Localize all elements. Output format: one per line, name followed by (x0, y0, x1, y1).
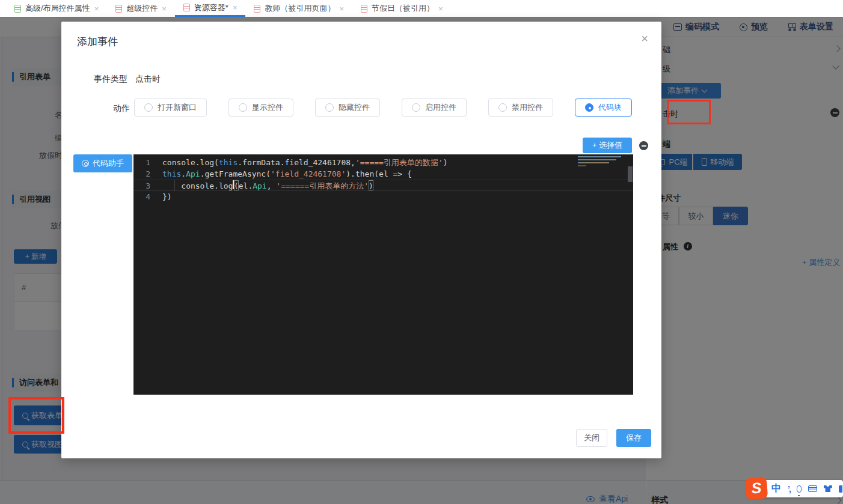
radio-label: 显示控件 (252, 102, 283, 113)
tab-label: 资源容器* (194, 2, 228, 13)
radio-icon (585, 103, 593, 112)
annotation-box-get-form (8, 397, 64, 434)
action-label: 动作 (113, 103, 130, 114)
code-helper-button[interactable]: 代码助手 (73, 154, 132, 172)
code-token: '======引用表单的方法' (276, 180, 369, 190)
code-area: 1console.log(this.formData.field_4246170… (133, 154, 633, 202)
code-token: ) (443, 157, 448, 168)
close-icon[interactable]: × (438, 5, 443, 13)
line-number: 2 (133, 168, 162, 180)
annotation-box-event (667, 100, 711, 124)
tab-label: 超级控件 (126, 3, 158, 14)
code-token: el. (239, 180, 253, 190)
code-helper-label: 代码助手 (93, 158, 124, 169)
document-icon (115, 5, 122, 13)
radio-icon (239, 103, 247, 112)
editor-scrollbar[interactable] (627, 154, 633, 395)
code-token: Api (186, 168, 200, 180)
radio-enable-control[interactable]: 启用控件 (402, 99, 467, 117)
code-line-4: 4}) (133, 191, 633, 202)
radio-open-window[interactable]: 打开新窗口 (134, 99, 207, 117)
close-icon[interactable]: × (339, 5, 344, 13)
action-radio-group: 打开新窗口 显示控件 隐藏控件 启用控件 禁用控件 代码块 (134, 99, 632, 117)
code-token: Api (253, 180, 266, 190)
microphone-icon[interactable] (797, 485, 802, 493)
code-token: . (181, 168, 186, 180)
scrollbar-thumb[interactable] (628, 166, 633, 182)
add-event-modal: 添加事件 × 事件类型 点击时 动作 打开新窗口 显示控件 隐藏控件 启用控件 … (61, 22, 661, 458)
close-icon[interactable]: × (233, 4, 238, 11)
ime-toolbar: S 中 ’, (747, 480, 843, 497)
code-token: console.log (162, 180, 233, 190)
radio-label: 打开新窗口 (158, 102, 197, 113)
save-button-label: 保存 (626, 433, 642, 443)
tab-label: 教师（被引用页面） (265, 3, 335, 14)
code-token: this (162, 168, 181, 180)
tab-label: 节假日（被引用） (372, 3, 434, 14)
radio-label: 代码块 (598, 102, 622, 113)
code-token: .formData.field_42461708, (238, 157, 355, 168)
radio-label: 禁用控件 (512, 102, 543, 113)
document-icon (254, 5, 260, 13)
code-token: console.log( (162, 157, 219, 168)
line-number: 1 (133, 157, 162, 168)
document-icon (183, 4, 190, 11)
modal-save-button[interactable]: 保存 (616, 429, 651, 447)
radio-icon (325, 103, 334, 112)
tab-teacher[interactable]: 教师（被引用页面） × (245, 0, 352, 17)
code-token: '=====引用表单的数据' (355, 157, 443, 168)
document-icon (361, 5, 367, 13)
remove-code-block-icon[interactable] (639, 141, 648, 150)
tab-resource-container-active[interactable]: 资源容器* × (175, 0, 246, 17)
code-editor[interactable]: 1console.log(this.formData.field_4246170… (133, 154, 633, 395)
sogou-logo-icon[interactable]: S (745, 477, 768, 500)
tab-bar: 高级/布局控件属性 × 超级控件 × 资源容器* × 教师（被引用页面） × 节… (0, 0, 843, 17)
code-line-1: 1console.log(this.formData.field_4246170… (133, 157, 633, 168)
code-token: ) (369, 180, 373, 190)
code-line-3-current: 3 console.log(el.Api, '======引用表单的方法') (133, 180, 633, 191)
close-icon[interactable]: × (94, 5, 99, 13)
close-button-label: 关闭 (584, 433, 599, 443)
more-icon[interactable] (839, 485, 842, 493)
modal-close-button[interactable]: 关闭 (576, 429, 607, 447)
tab-super-control[interactable]: 超级控件 × (107, 0, 175, 17)
radio-label: 启用控件 (425, 102, 456, 113)
radio-label: 隐藏控件 (339, 102, 370, 113)
radio-code-block[interactable]: 代码块 (575, 99, 632, 117)
skin-icon[interactable] (824, 485, 832, 492)
tab-holiday[interactable]: 节假日（被引用） × (352, 0, 452, 17)
minimap (578, 156, 625, 168)
code-line-2: 2this.Api.getFrameAsync('field_42461708'… (133, 168, 633, 180)
code-token: .getFrameAsync( (200, 168, 271, 180)
radio-icon (498, 103, 507, 112)
select-value-button[interactable]: + 选择值 (583, 138, 632, 153)
ime-punctuation-toggle[interactable]: ’, (788, 484, 790, 494)
document-icon (14, 5, 21, 13)
radio-disable-control[interactable]: 禁用控件 (488, 99, 553, 117)
code-token: ).then(el => { (346, 168, 412, 180)
code-token: ( (234, 180, 239, 190)
ime-language-toggle[interactable]: 中 (771, 482, 781, 495)
code-token: }) (162, 191, 172, 202)
code-token: , (267, 180, 277, 190)
radio-show-control[interactable]: 显示控件 (228, 99, 293, 117)
modal-close-icon[interactable]: × (641, 32, 648, 44)
event-type-value: 点击时 (135, 74, 161, 85)
event-type-label: 事件类型 (94, 74, 127, 85)
indent-guide (174, 180, 175, 191)
close-icon[interactable]: × (162, 5, 167, 13)
line-number: 3 (133, 180, 162, 190)
keyboard-icon[interactable] (808, 485, 817, 492)
tab-label: 高级/布局控件属性 (25, 3, 90, 14)
code-token: 'field_42461708' (271, 168, 346, 180)
radio-icon (412, 103, 420, 112)
modal-title: 添加事件 (77, 35, 118, 49)
code-token: this (219, 157, 238, 168)
code-helper-icon (82, 160, 89, 167)
radio-hide-control[interactable]: 隐藏控件 (315, 99, 380, 117)
tab-advanced-layout-props[interactable]: 高级/布局控件属性 × (6, 0, 107, 17)
select-value-label: + 选择值 (592, 141, 622, 150)
radio-icon (144, 103, 153, 112)
line-number: 4 (133, 191, 162, 202)
